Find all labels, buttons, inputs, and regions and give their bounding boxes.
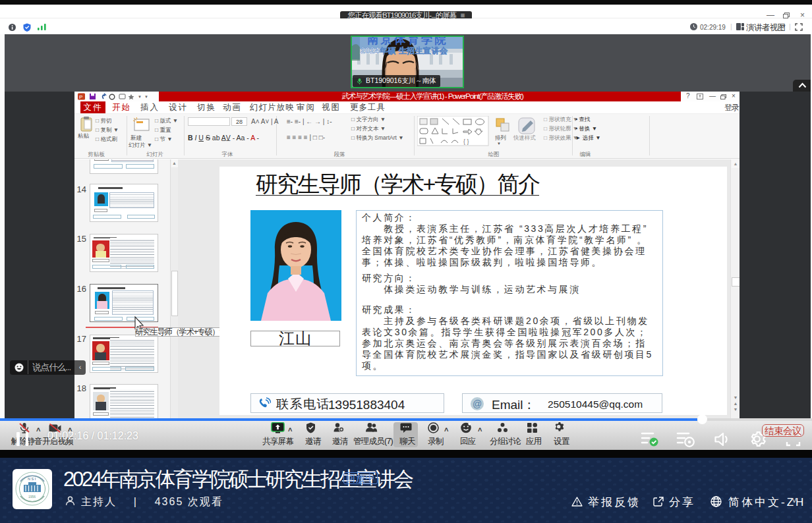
svg-text:{ }: { }	[463, 138, 469, 145]
svg-text:2024年硕 生招生宣讲会: 2024年硕 生招生宣讲会	[361, 46, 448, 55]
svg-text:@: @	[473, 399, 482, 409]
svg-text:N S I: N S I	[28, 477, 36, 481]
svg-text:1956: 1956	[28, 495, 36, 499]
svg-text:▼: ▼	[144, 95, 148, 99]
svg-text:南京体育学院: 南京体育学院	[367, 37, 448, 46]
svg-text:▼: ▼	[138, 95, 142, 99]
svg-text:P: P	[79, 94, 82, 100]
